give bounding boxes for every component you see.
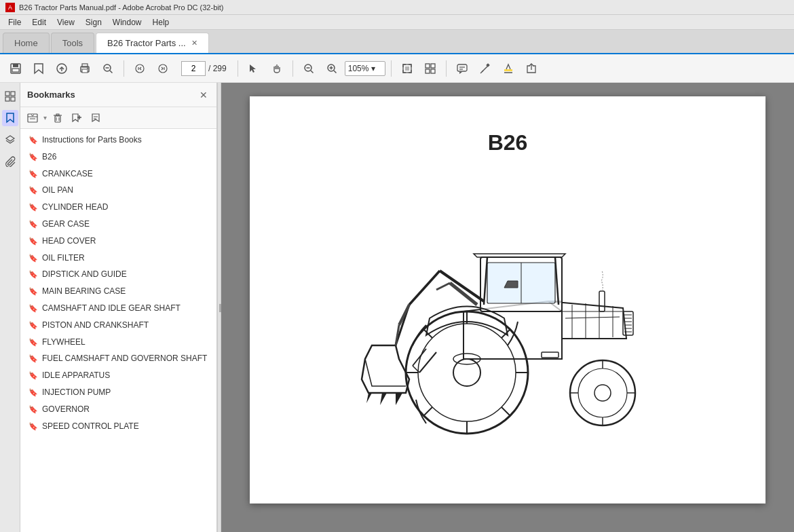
pen-tool-button[interactable]: [475, 58, 495, 79]
window-title: B26 Tractor Parts Manual.pdf - Adobe Acr…: [19, 3, 223, 12]
bookmark-item-icon-6: 🔖: [29, 236, 38, 246]
zoom-in-button[interactable]: [322, 58, 342, 79]
svg-point-60: [418, 324, 516, 421]
bookmark-item-label-0: Instructions for Parts Books: [42, 134, 142, 146]
sidebar-attach-icon[interactable]: [2, 153, 18, 170]
zoom-out-small-button[interactable]: [98, 58, 118, 79]
menu-view[interactable]: View: [52, 16, 80, 28]
highlight-button[interactable]: [498, 58, 518, 79]
bookmark-item-icon-12: 🔖: [29, 337, 38, 347]
tab-document-label: B26 Tractor Parts ...: [107, 38, 186, 48]
svg-rect-28: [431, 64, 435, 68]
menu-file[interactable]: File: [3, 16, 26, 28]
bookmark-item-14[interactable]: 🔖 IDLE APPARATUS: [20, 367, 216, 384]
sidebar-thumbnail-icon[interactable]: [2, 88, 18, 104]
bookmarks-expand-button[interactable]: [24, 110, 41, 126]
bookmark-item-8[interactable]: 🔖 DIPSTICK AND GUIDE: [20, 266, 216, 283]
bookmark-item-12[interactable]: 🔖 FLYWHEEL: [20, 334, 216, 351]
cursor-tool-button[interactable]: [244, 58, 264, 79]
svg-rect-39: [5, 92, 10, 96]
toolbar-sep-5: [446, 60, 447, 77]
bookmark-item-1[interactable]: 🔖 B26: [20, 149, 216, 166]
pdf-area: B26: [221, 83, 794, 532]
svg-rect-31: [457, 64, 467, 71]
next-page-button[interactable]: [153, 58, 173, 79]
bookmark-item-label-10: CAMSHAFT AND IDLE GEAR SHAFT: [42, 303, 181, 314]
bookmark-item-3[interactable]: 🔖 OIL PAN: [20, 182, 216, 199]
bookmark-item-0[interactable]: 🔖 Instructions for Parts Books: [20, 132, 216, 149]
zoom-value: 105%: [348, 64, 369, 73]
bookmark-item-15[interactable]: 🔖 INJECTION PUMP: [20, 384, 216, 401]
bookmark-item-13[interactable]: 🔖 FUEL CAMSHAFT AND GOVERNOR SHAFT: [20, 350, 216, 367]
fit-page-button[interactable]: [397, 58, 417, 79]
menu-window[interactable]: Window: [107, 16, 147, 28]
tractor-illustration: [331, 169, 684, 454]
zoom-level-display[interactable]: 105% ▾: [345, 61, 385, 76]
tab-tools[interactable]: Tools: [51, 33, 94, 53]
upload-button[interactable]: [52, 58, 72, 79]
bookmark-item-11[interactable]: 🔖 PISTON AND CRANKSHAFT: [20, 317, 216, 334]
sidebar-layers-icon[interactable]: [2, 132, 18, 148]
bookmark-button[interactable]: [29, 58, 49, 79]
share-button[interactable]: [521, 58, 542, 79]
bookmark-item-label-8: DIPSTICK AND GUIDE: [42, 269, 127, 280]
svg-marker-44: [6, 136, 14, 141]
bookmark-item-label-2: CRANKCASE: [42, 168, 93, 180]
toolbar: / 299 105% ▾: [0, 54, 794, 83]
bookmark-item-4[interactable]: 🔖 CYLINDER HEAD: [20, 199, 216, 216]
svg-rect-40: [11, 92, 15, 96]
bookmark-item-label-1: B26: [42, 151, 56, 163]
bookmark-item-17[interactable]: 🔖 SPEED CONTROL PLATE: [20, 418, 216, 435]
bookmarks-settings-button[interactable]: [88, 110, 104, 126]
comment-button[interactable]: [452, 58, 472, 79]
svg-rect-29: [426, 69, 430, 73]
tab-document[interactable]: B26 Tractor Parts ... ✕: [96, 33, 209, 53]
page-number-input[interactable]: [181, 61, 206, 76]
tab-home[interactable]: Home: [3, 33, 50, 53]
bookmark-item-icon-5: 🔖: [29, 219, 38, 229]
bookmark-item-icon-14: 🔖: [29, 370, 38, 381]
tab-close-button[interactable]: ✕: [191, 39, 197, 48]
bookmark-item-9[interactable]: 🔖 MAIN BEARING CASE: [20, 283, 216, 300]
bookmark-item-icon-0: 🔖: [29, 135, 38, 145]
bookmark-item-5[interactable]: 🔖 GEAR CASE: [20, 216, 216, 233]
bookmark-item-6[interactable]: 🔖 HEAD COVER: [20, 233, 216, 250]
bookmark-item-label-17: SPEED CONTROL PLATE: [42, 421, 139, 432]
bookmarks-panel-title: Bookmarks: [27, 90, 75, 100]
bookmarks-list: 🔖 Instructions for Parts Books 🔖 B26 🔖 C…: [20, 129, 216, 532]
svg-marker-53: [73, 114, 78, 121]
bookmark-item-label-3: OIL PAN: [42, 185, 73, 196]
bookmark-item-16[interactable]: 🔖 GOVERNOR: [20, 401, 216, 418]
bookmark-item-icon-7: 🔖: [29, 253, 38, 263]
save-button[interactable]: [5, 58, 26, 79]
bookmark-item-icon-16: 🔖: [29, 404, 38, 415]
bookmark-item-label-14: IDLE APPARATUS: [42, 370, 110, 381]
svg-line-69: [423, 407, 432, 416]
menu-sign[interactable]: Sign: [80, 16, 107, 28]
svg-line-67: [502, 407, 510, 416]
page-total: / 299: [208, 64, 227, 73]
sidebar-bookmarks-icon[interactable]: [2, 110, 18, 126]
bookmark-item-10[interactable]: 🔖 CAMSHAFT AND IDLE GEAR SHAFT: [20, 300, 216, 317]
bookmark-item-7[interactable]: 🔖 OIL FILTER: [20, 250, 216, 267]
print-button[interactable]: [75, 58, 95, 79]
bookmark-item-label-11: PISTON AND CRANKSHAFT: [42, 320, 149, 331]
prev-page-button[interactable]: [130, 58, 150, 79]
bookmarks-delete-button[interactable]: [50, 110, 66, 126]
toolbar-sep-3: [292, 60, 293, 77]
bookmark-item-icon-17: 🔖: [29, 421, 38, 432]
menu-help[interactable]: Help: [147, 16, 175, 28]
arrange-button[interactable]: [420, 58, 440, 79]
bookmark-item-icon-3: 🔖: [29, 185, 38, 195]
tab-tools-label: Tools: [62, 38, 83, 48]
hand-tool-button[interactable]: [267, 58, 287, 79]
svg-line-92: [436, 283, 450, 290]
zoom-out-button[interactable]: [299, 58, 319, 79]
bookmark-item-label-9: MAIN BEARING CASE: [42, 286, 126, 297]
svg-rect-36: [504, 69, 512, 71]
bookmarks-close-button[interactable]: ✕: [197, 89, 210, 101]
bookmark-item-label-4: CYLINDER HEAD: [42, 202, 108, 213]
menu-edit[interactable]: Edit: [26, 16, 52, 28]
bookmark-item-2[interactable]: 🔖 CRANKCASE: [20, 166, 216, 183]
bookmarks-new-button[interactable]: [69, 110, 85, 126]
